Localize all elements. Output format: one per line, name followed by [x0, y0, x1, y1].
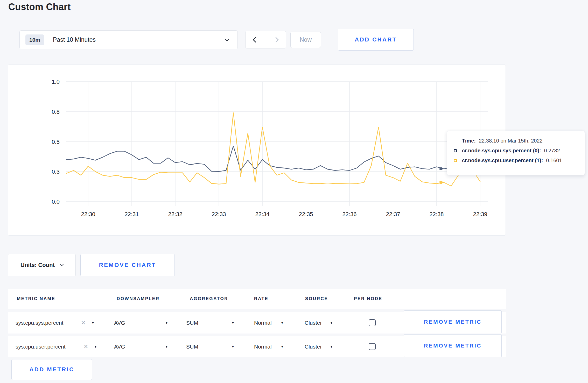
- x-tick-label: 22:30: [81, 211, 95, 217]
- aggregator-caret-icon[interactable]: ▼: [231, 312, 235, 334]
- per-node-checkbox[interactable]: [369, 343, 376, 350]
- add-chart-button[interactable]: ADD CHART: [338, 29, 414, 51]
- col-header-rate: RATE: [254, 289, 268, 309]
- user-series-swatch-icon: [454, 159, 457, 162]
- time-range-badge: 10m: [25, 34, 44, 45]
- aggregator-caret-icon[interactable]: ▼: [231, 336, 235, 357]
- units-label: Units: Count: [20, 262, 55, 268]
- source-select[interactable]: Cluster: [305, 336, 322, 357]
- crosshair: [66, 82, 488, 206]
- downsampler-caret-icon[interactable]: ▼: [165, 312, 168, 334]
- now-button[interactable]: Now: [290, 32, 321, 48]
- metric-select-caret-icon[interactable]: ▼: [94, 336, 97, 357]
- remove-metric-button[interactable]: REMOVE METRIC: [404, 334, 502, 357]
- tooltip-series-name: cr.node.sys.cpu.sys.percent (0):: [462, 148, 541, 154]
- hover-point: [439, 167, 442, 170]
- tooltip-time-row: Time: 22:38:10 on Mar 15th, 2022: [454, 138, 579, 144]
- x-tick-label: 22:34: [255, 211, 269, 217]
- add-metric-button[interactable]: ADD METRIC: [11, 359, 92, 380]
- tooltip-series-value: 0.2732: [544, 148, 560, 154]
- metric-name-value[interactable]: sys.cpu.user.percent: [16, 336, 66, 357]
- x-tick-label: 22:32: [168, 211, 182, 217]
- units-dropdown[interactable]: Units: Count: [8, 254, 76, 276]
- page-title: Custom Chart: [8, 2, 71, 12]
- remove-metric-button[interactable]: REMOVE METRIC: [404, 310, 502, 333]
- tooltip-series-row: cr.node.sys.cpu.sys.percent (0): 0.2732: [454, 148, 579, 154]
- hover-point: [439, 181, 442, 184]
- clear-metric-icon[interactable]: ✕: [83, 336, 88, 357]
- per-node-checkbox[interactable]: [369, 319, 376, 326]
- aggregator-select[interactable]: SUM: [186, 312, 198, 334]
- x-tick-label: 22:38: [429, 211, 444, 217]
- col-header-per-node: PER NODE: [354, 289, 382, 309]
- downsampler-select[interactable]: AVG: [114, 336, 125, 357]
- time-nav-group: [245, 31, 286, 48]
- downsampler-caret-icon[interactable]: ▼: [165, 336, 168, 357]
- toolbar-left-rule: [8, 30, 8, 49]
- rate-select[interactable]: Normal: [254, 312, 272, 334]
- rate-caret-icon[interactable]: ▼: [281, 312, 284, 334]
- x-tick-label: 22:31: [124, 211, 139, 217]
- downsampler-select[interactable]: AVG: [114, 312, 125, 334]
- clear-metric-icon[interactable]: ✕: [81, 312, 86, 334]
- chart-tooltip: Time: 22:38:10 on Mar 15th, 2022 cr.node…: [447, 131, 585, 175]
- y-tick-label: 0.0: [52, 198, 60, 205]
- tooltip-time-value: 22:38:10 on Mar 15th, 2022: [479, 138, 543, 144]
- metric-name-value[interactable]: sys.cpu.sys.percent: [16, 312, 63, 334]
- rate-caret-icon[interactable]: ▼: [281, 336, 284, 357]
- x-tick-label: 22:37: [386, 211, 400, 217]
- col-header-metric-name: METRIC NAME: [17, 289, 55, 309]
- col-header-source: SOURCE: [305, 289, 328, 309]
- y-tick-label: 0.3: [52, 168, 60, 175]
- time-range-label: Past 10 Minutes: [53, 36, 96, 43]
- series-line-1: [66, 113, 480, 186]
- col-header-aggregator: AGGREGATOR: [190, 289, 228, 309]
- metrics-table-header: METRIC NAME DOWNSAMPLER AGGREGATOR RATE …: [8, 289, 506, 309]
- remove-chart-button[interactable]: REMOVE CHART: [80, 254, 175, 276]
- time-range-dropdown[interactable]: 10m Past 10 Minutes: [19, 30, 238, 49]
- tooltip-series-value: 0.1601: [546, 158, 562, 164]
- x-tick-label: 22:33: [212, 211, 226, 217]
- chevron-right-icon: [273, 37, 279, 42]
- y-tick-label: 0.8: [52, 109, 60, 115]
- y-tick-label: 1.0: [52, 79, 60, 85]
- chevron-down-icon: [60, 263, 64, 266]
- chevron-down-icon: [225, 37, 229, 41]
- x-tick-label: 22:35: [299, 211, 313, 217]
- time-back-button[interactable]: [246, 31, 266, 48]
- metrics-line-chart[interactable]: 0.00.30.50.81.022:3022:3122:3222:3322:34…: [8, 65, 506, 235]
- aggregator-select[interactable]: SUM: [186, 336, 198, 357]
- tooltip-time-label: Time:: [462, 138, 476, 144]
- metric-select-caret-icon[interactable]: ▼: [91, 312, 95, 334]
- source-caret-icon[interactable]: ▼: [330, 336, 333, 357]
- tooltip-series-name: cr.node.sys.cpu.user.percent (1):: [462, 158, 543, 164]
- y-tick-label: 0.5: [52, 139, 60, 145]
- source-select[interactable]: Cluster: [305, 312, 322, 334]
- rate-select[interactable]: Normal: [254, 336, 272, 357]
- chart-card: 0.00.30.50.81.022:3022:3122:3222:3322:34…: [8, 65, 506, 236]
- time-forward-button[interactable]: [266, 31, 286, 48]
- tooltip-series-row: cr.node.sys.cpu.user.percent (1): 0.1601: [454, 158, 579, 164]
- chevron-left-icon: [253, 37, 258, 42]
- x-tick-label: 22:39: [473, 211, 487, 217]
- x-tick-label: 22:36: [342, 211, 356, 217]
- gridlines: 0.00.30.50.81.022:3022:3122:3222:3322:34…: [52, 79, 488, 217]
- source-caret-icon[interactable]: ▼: [330, 312, 333, 334]
- sys-series-swatch-icon: [454, 149, 457, 152]
- custom-chart-page: Custom Chart 10m Past 10 Minutes Now ADD…: [0, 0, 588, 383]
- col-header-downsampler: DOWNSAMPLER: [117, 289, 160, 309]
- series-line-0: [66, 146, 480, 172]
